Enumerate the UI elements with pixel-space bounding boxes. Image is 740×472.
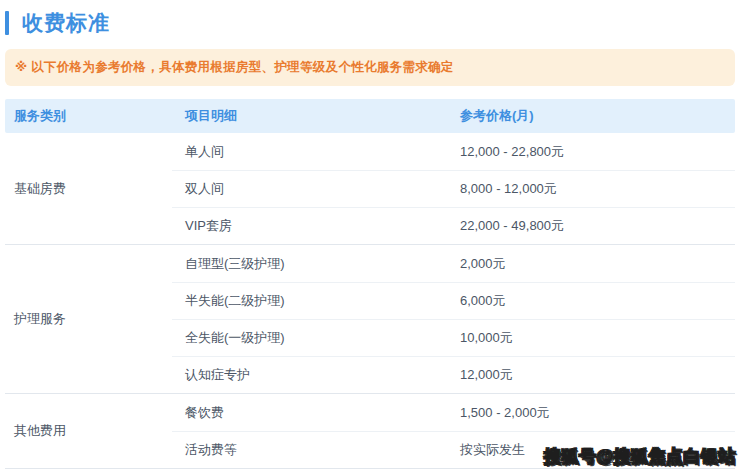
price-cell: 10,000元 <box>447 329 735 347</box>
table-row: VIP套房22,000 - 49,800元 <box>172 207 735 244</box>
fee-table: 服务类别 项目明细 参考价格(月) 基础房费单人间12,000 - 22,800… <box>5 99 735 469</box>
title-accent-bar <box>5 11 9 35</box>
item-cell: 双人间 <box>172 180 447 198</box>
category-cell: 基础房费 <box>5 133 172 244</box>
category-cell: 护理服务 <box>5 245 172 393</box>
fee-group: 基础房费单人间12,000 - 22,800元双人间8,000 - 12,000… <box>5 133 735 245</box>
section-header: 收费标准 <box>0 0 740 36</box>
notice-banner: ※ 以下价格为参考价格，具体费用根据房型、护理等级及个性化服务需求确定 <box>5 49 735 86</box>
table-row: 双人间8,000 - 12,000元 <box>172 170 735 207</box>
item-cell: 餐饮费 <box>172 404 447 422</box>
price-cell: 6,000元 <box>447 292 735 310</box>
col-header-item-detail: 项目明细 <box>172 107 447 125</box>
group-rows: 单人间12,000 - 22,800元双人间8,000 - 12,000元VIP… <box>172 133 735 244</box>
item-cell: 自理型(三级护理) <box>172 255 447 273</box>
price-cell: 12,000 - 22,800元 <box>447 143 735 161</box>
page: 收费标准 ※ 以下价格为参考价格，具体费用根据房型、护理等级及个性化服务需求确定… <box>0 0 740 472</box>
category-cell: 其他费用 <box>5 394 172 468</box>
col-header-service-category: 服务类别 <box>5 107 172 125</box>
item-cell: 半失能(二级护理) <box>172 292 447 310</box>
table-row: 单人间12,000 - 22,800元 <box>172 133 735 170</box>
notice-text: ※ 以下价格为参考价格，具体费用根据房型、护理等级及个性化服务需求确定 <box>15 59 454 76</box>
table-body: 基础房费单人间12,000 - 22,800元双人间8,000 - 12,000… <box>5 133 735 469</box>
page-title: 收费标准 <box>22 10 110 36</box>
watermark: 搜狐号@搜狐焦点白银站 <box>544 445 736 468</box>
table-row: 自理型(三级护理)2,000元 <box>172 245 735 282</box>
group-rows: 自理型(三级护理)2,000元半失能(二级护理)6,000元全失能(一级护理)1… <box>172 245 735 393</box>
table-row: 认知症专护12,000元 <box>172 356 735 393</box>
fee-group: 护理服务自理型(三级护理)2,000元半失能(二级护理)6,000元全失能(一级… <box>5 245 735 394</box>
item-cell: 活动费等 <box>172 441 447 459</box>
table-row: 餐饮费1,500 - 2,000元 <box>172 394 735 431</box>
price-cell: 8,000 - 12,000元 <box>447 180 735 198</box>
item-cell: 单人间 <box>172 143 447 161</box>
table-row: 半失能(二级护理)6,000元 <box>172 282 735 319</box>
table-header-row: 服务类别 项目明细 参考价格(月) <box>5 99 735 133</box>
price-cell: 12,000元 <box>447 366 735 384</box>
item-cell: VIP套房 <box>172 217 447 235</box>
price-cell: 22,000 - 49,800元 <box>447 217 735 235</box>
col-header-reference-price: 参考价格(月) <box>447 107 735 125</box>
table-row: 全失能(一级护理)10,000元 <box>172 319 735 356</box>
item-cell: 全失能(一级护理) <box>172 329 447 347</box>
price-cell: 2,000元 <box>447 255 735 273</box>
price-cell: 1,500 - 2,000元 <box>447 404 735 422</box>
item-cell: 认知症专护 <box>172 366 447 384</box>
